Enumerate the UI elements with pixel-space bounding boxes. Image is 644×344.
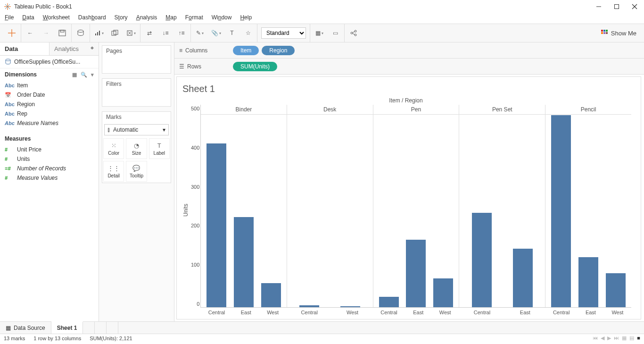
menu-file[interactable]: File [5,14,14,21]
marks-detail[interactable]: ⋮⋮Detail [103,161,124,182]
nav-prev[interactable]: ◀ [601,335,604,341]
pill-sum-units[interactable]: SUM(Units) [233,62,277,71]
show-me-button[interactable]: Show Me [601,29,641,37]
menu-story[interactable]: Story [115,14,128,21]
datasource-tab-icon: ▦ [6,325,11,331]
tab-analytics[interactable]: Analytics◆ [49,42,99,55]
field-order-date[interactable]: 📅Order Date [0,90,99,100]
filters-card[interactable]: Filters [102,78,171,107]
bar-pen-set-east[interactable] [513,249,533,307]
new-dashboard-tab[interactable] [95,322,107,334]
bar-pen-set-central[interactable] [472,213,492,307]
svg-line-24 [353,32,355,33]
tab-data-source[interactable]: ▦Data Source [0,322,51,334]
pin-button[interactable]: ☆ [243,28,253,38]
new-worksheet-button[interactable] [94,28,104,38]
menu-map[interactable]: Map [165,14,176,21]
svg-rect-11 [60,30,64,32]
pages-card[interactable]: Pages [102,45,171,74]
field-number-of-records[interactable]: =#Number of Records [0,164,99,173]
menu-analysis[interactable]: Analysis [136,14,157,21]
bar-pen-central[interactable] [379,297,399,307]
bar-pencil-east[interactable] [578,257,598,307]
tableau-logo-icon [4,3,11,10]
view-list-icon[interactable]: ▤ [629,335,634,341]
rows-shelf[interactable]: ☰Rows SUM(Units) [174,59,644,75]
marks-size[interactable]: ◔Size [126,138,147,159]
menu-window[interactable]: Window [212,14,232,21]
sort-asc-button[interactable]: ↓≡ [160,28,171,38]
field-unit-price[interactable]: #Unit Price [0,145,99,154]
menu-data[interactable]: Data [22,14,34,21]
sheet-title[interactable]: Sheet 1 [181,84,631,94]
bar-desk-central[interactable] [299,305,319,307]
view-full-icon[interactable]: ■ [637,335,640,341]
swap-button[interactable]: ⇄ [144,28,155,38]
nav-next[interactable]: ▶ [607,335,611,341]
menu-help[interactable]: Help [240,14,252,21]
duplicate-button[interactable] [110,28,120,38]
menu-caret-icon[interactable]: ▾ [91,72,94,78]
save-button[interactable] [57,28,67,38]
tab-sheet1[interactable]: Sheet 1 [51,321,83,334]
field-item[interactable]: AbcItem [0,81,99,90]
new-worksheet-tab[interactable] [83,322,95,334]
nav-last[interactable]: ⏭ [614,335,619,341]
field-measure-names[interactable]: AbcMeasure Names [0,118,99,128]
svg-rect-26 [601,30,603,32]
new-story-tab[interactable] [107,322,118,334]
attach-button[interactable]: 📎 [211,28,221,38]
menu-dashboard[interactable]: Dashboard [78,14,106,21]
presentation-button[interactable]: ▭ [330,28,340,38]
item-header: Pen Set [459,105,545,115]
view-cards-button[interactable]: ▦ [314,28,324,38]
svg-rect-5 [615,5,619,9]
datasource-item[interactable]: OfficeSupplies (OfficeSu... [0,56,99,68]
marks-label[interactable]: TLabel [149,138,170,159]
tableau-icon[interactable] [7,28,17,38]
detail-icon: ⋮⋮ [107,165,120,172]
mark-type-select[interactable]: ⫿Automatic▾ [104,124,169,135]
field-measure-values[interactable]: #Measure Values [0,173,99,183]
nav-first[interactable]: ⏮ [593,335,598,341]
undo-button[interactable]: ← [25,28,35,38]
sheet-tabs: ▦Data Source Sheet 1 [0,321,644,334]
status-sum: SUM(Units): 2,121 [90,336,132,341]
menu-worksheet[interactable]: Worksheet [43,14,70,21]
bar-pencil-central[interactable] [551,115,571,307]
clear-button[interactable] [126,28,136,38]
field-units[interactable]: #Units [0,154,99,164]
marks-tooltip[interactable]: 💬Tooltip [126,161,147,182]
datasource-label: OfficeSupplies (OfficeSu... [14,59,80,65]
redo-button[interactable]: → [41,28,51,38]
bar-pen-west[interactable] [433,278,453,307]
columns-shelf[interactable]: ≡Columns Item Region [174,42,644,59]
bar-pencil-west[interactable] [606,273,626,307]
bar-desk-west[interactable] [340,306,360,307]
highlight-button[interactable]: ✎ [195,28,205,38]
view-grid-icon[interactable]: ▦ [622,335,627,341]
marks-color[interactable]: ⁙Color [103,138,124,159]
close-button[interactable] [631,3,638,10]
bar-binder-central[interactable] [206,143,226,307]
fit-select[interactable]: Standard [261,27,306,39]
tooltip-icon: 💬 [132,165,140,172]
menu-format[interactable]: Format [185,14,203,21]
pill-region[interactable]: Region [262,46,295,55]
labels-button[interactable]: T [227,28,237,38]
view-as-icon[interactable]: ▦ [72,72,77,78]
maximize-button[interactable] [613,3,620,10]
tab-data[interactable]: Data [0,42,49,55]
pill-item[interactable]: Item [233,46,259,55]
field-rep[interactable]: AbcRep [0,109,99,118]
bar-binder-west[interactable] [261,283,281,307]
plot-area[interactable]: BinderDeskPenPen SetPencil [200,105,631,308]
sort-desc-button[interactable]: ↑≡ [176,28,187,38]
share-button[interactable] [348,28,359,38]
field-region[interactable]: AbcRegion [0,100,99,109]
search-icon[interactable]: 🔍 [81,72,87,78]
bar-binder-east[interactable] [234,217,254,307]
new-datasource-button[interactable] [75,28,86,38]
minimize-button[interactable] [595,3,603,10]
bar-pen-east[interactable] [406,240,426,307]
